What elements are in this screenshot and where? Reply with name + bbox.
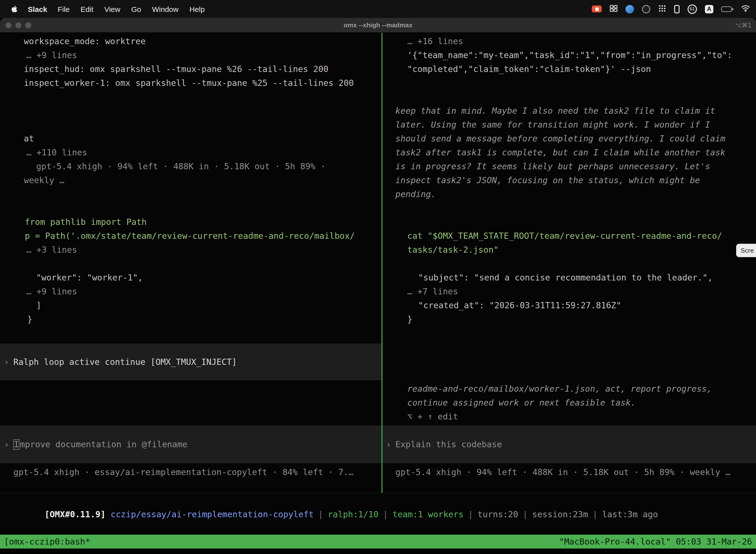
command-line: •Ran set -euo pipefail (382, 215, 756, 229)
output-line: └{ (382, 257, 756, 271)
collapsed-lines-indicator: … +9 lines (0, 48, 381, 62)
edit-hint: ⌥ + ↑ edit (382, 409, 756, 424)
tmux-host-clock: "MacBook-Pro-44.local" 05:03 31-Mar-26 (559, 537, 752, 547)
output-line: gpt-5.4 xhigh · 94% left · 488K in · 5.1… (0, 159, 381, 173)
window-shortcut-hint: ⌥⌘1 (735, 21, 752, 29)
omx-branch: cczip/essay/ai-reimplementation-copyleft (106, 509, 314, 519)
window-titlebar[interactable]: omx --xhigh --madmax ⌥⌘1 (0, 18, 756, 33)
menu-go[interactable]: Go (126, 5, 146, 13)
turns-counter: turns:20 (478, 509, 518, 519)
zoom-button[interactable] (25, 22, 31, 28)
dots-grid-icon[interactable] (658, 4, 666, 14)
mailbox-message-line: continue assigned work or next feasible … (382, 396, 756, 409)
menu-bar: Slack File Edit View Go Window Help 61 A (0, 0, 756, 18)
output-line: "worker": "worker-1", (0, 271, 381, 284)
output-line: "created_at": "2026-03-31T11:59:27.816Z" (382, 298, 756, 312)
wifi-icon[interactable] (741, 5, 750, 13)
menu-bar-left: Slack File Edit View Go Window Help (6, 5, 210, 13)
log-line: "completed","claim_token":"claim-token"}… (382, 62, 756, 76)
bottom-gap (0, 549, 756, 554)
apple-menu-icon[interactable] (6, 5, 23, 13)
omx-status-line: [OMX#0.11.9] cczip/essay/ai-reimplementa… (0, 493, 756, 507)
window-tiling-icon[interactable] (610, 5, 618, 13)
command-line: •Ran tmux capture-pane -t %25 -p -S -80 (0, 104, 381, 118)
ralph-counter: ralph:1/10 (328, 509, 378, 519)
menu-window[interactable]: Window (146, 5, 184, 13)
tmux-pane-right[interactable]: … +16 lines '{"team_name":"my-team","tas… (382, 33, 756, 493)
thinking-line: is in progress? It seems likely but perh… (382, 159, 756, 173)
log-line: inspect_hud: omx sparkshell --tmux-pane … (0, 62, 381, 76)
output-line: at (0, 131, 381, 146)
mailbox-message-line: ↳1 new msg(s): read $OMX_TEAM_STATE_ROOT… (382, 368, 756, 382)
thinking-line: keep that in mind. Maybe I also need the… (382, 104, 756, 118)
output-line: └{ (0, 257, 381, 271)
thinking-line: inspect task2's JSON, focusing on the st… (382, 173, 756, 187)
screen-recording-indicator[interactable] (592, 5, 602, 12)
terminal-window: omx --xhigh --madmax ⌥⌘1 workspace_mode:… (0, 18, 756, 554)
omx-status-area: [OMX#0.11.9] cczip/essay/ai-reimplementa… (0, 493, 756, 535)
close-button[interactable] (5, 22, 11, 28)
collapsed-lines-indicator: … +3 lines (0, 243, 381, 257)
traffic-lights (0, 22, 31, 28)
screenshot-notification[interactable]: Scre (736, 244, 756, 257)
code-line: p = Path('.omx/state/team/review-current… (0, 229, 381, 243)
tmux-session: workspace_mode: worktree … +9 lines insp… (0, 33, 756, 493)
menu-view[interactable]: View (99, 5, 126, 13)
output-line: } (0, 312, 381, 326)
model-status-line: gpt-5.4 xhigh · essay/ai-reimplementatio… (0, 465, 381, 479)
inject-banner: ›Ralph loop active continue [OMX_TMUX_IN… (0, 343, 381, 380)
menu-edit[interactable]: Edit (75, 5, 99, 13)
collapsed-lines-indicator: … +7 lines (382, 284, 756, 298)
team-counter: team:1 workers (392, 509, 463, 519)
menu-file[interactable]: File (52, 5, 75, 13)
thinking-line: should send a message before completing … (382, 131, 756, 146)
chevron-icon: › (4, 439, 13, 449)
thinking-line: later. Using the same for transition mig… (382, 118, 756, 131)
menu-help[interactable]: Help (184, 5, 210, 13)
session-timer: session:23m (532, 509, 588, 519)
battery-percent-badge[interactable]: 61 (688, 4, 697, 14)
thinking-line: •I need to get the claim token from the … (382, 90, 756, 104)
placeholder-text: mprove documentation in @filename (20, 439, 188, 449)
notification-text: Scre (741, 247, 754, 254)
code-line: cat "$OMX_TEAM_STATE_ROOT/team/review-cu… (382, 229, 756, 243)
waiting-status-line: •Waiting for background terminal (3m 46s… (382, 340, 756, 354)
minimize-button[interactable] (15, 22, 21, 28)
window-title: omx --xhigh --madmax (0, 21, 756, 29)
tmux-status-bar: [omx-cczip0:bash* "MacBook-Pro-44.local"… (0, 535, 756, 549)
model-status-line: gpt-5.4 xhigh · 94% left · 488K in · 5.1… (382, 465, 756, 479)
battery-icon[interactable] (721, 6, 733, 12)
menu-bar-status-items: 61 A (592, 4, 750, 14)
dark-app-icon[interactable] (642, 5, 650, 13)
working-status-line: •Working (6m 38s • esc to interrupt) (0, 396, 381, 409)
command-line: •Ran python3 - <<'PY' (0, 201, 381, 215)
output-line: weekly … (0, 173, 381, 187)
output-line: └be necessary for the end of the README.… (0, 118, 381, 131)
chevron-icon: › (4, 357, 13, 367)
code-line: from pathlib import Path (0, 215, 381, 229)
output-line: ] (0, 298, 381, 312)
log-line: '{"team_name":"my-team","task_id":"1","f… (382, 48, 756, 62)
last-activity: last:3m ago (602, 509, 658, 519)
tmux-session-name: [omx-cczip0:bash* (4, 537, 90, 547)
log-line: workspace_mode: worktree (0, 34, 381, 48)
composer-input[interactable]: ›Improve documentation in @filename (0, 426, 381, 463)
omx-version: [OMX#0.11.9] (45, 509, 106, 519)
thinking-line: task2 after task1 is complete, but can I… (382, 146, 756, 159)
code-line: tasks/task-2.json" (382, 243, 756, 257)
mailbox-message-line: readme-and-reco/mailbox/worker-1.json, a… (382, 382, 756, 396)
collapsed-lines-indicator: … +110 lines (0, 146, 381, 159)
output-line: } (382, 312, 756, 326)
blue-app-icon[interactable] (626, 5, 634, 13)
text-cursor: I (13, 439, 19, 449)
active-app-menu[interactable]: Slack (23, 5, 52, 13)
log-line: inspect_worker-1: omx sparkshell --tmux-… (0, 76, 381, 90)
chevron-icon: › (386, 439, 395, 449)
thinking-line: pending. (382, 187, 756, 201)
device-icon[interactable] (674, 5, 680, 13)
output-line: "subject": "send a concise recommendatio… (382, 271, 756, 284)
input-source-icon[interactable]: A (705, 5, 713, 13)
composer-input[interactable]: ›Explain this codebase (382, 426, 756, 463)
screen: Slack File Edit View Go Window Help 61 A (0, 0, 756, 554)
tmux-pane-left[interactable]: workspace_mode: worktree … +9 lines insp… (0, 33, 381, 493)
